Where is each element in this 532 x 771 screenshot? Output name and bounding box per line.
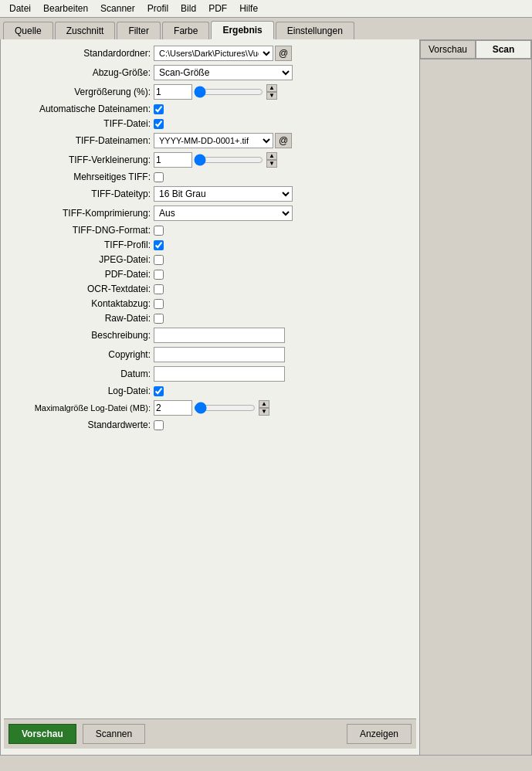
tiff-komprimierung-select[interactable]: AusLZWZIP <box>154 205 293 221</box>
tab-farbe[interactable]: Farbe <box>162 22 209 39</box>
abzug-groesse-label: Abzug-Größe: <box>7 67 154 78</box>
max-log-down[interactable]: ▼ <box>259 408 269 416</box>
tiff-dateinamen-select[interactable]: YYYY-MM-DD-0001+.tif <box>154 133 273 148</box>
vorschau-button[interactable]: Vorschau <box>8 724 76 744</box>
abzug-groesse-select[interactable]: Scan-GrößeA4Letter <box>154 65 293 80</box>
mehrseitiges-tiff-row: Mehrseitiges TIFF: <box>4 172 416 182</box>
tiff-dateinamen-label: TIFF-Dateinamen: <box>7 135 154 146</box>
copyright-row: Copyright: <box>4 347 416 362</box>
vergroesserung-up[interactable]: ▲ <box>266 84 277 92</box>
vergroesserung-input[interactable] <box>154 84 192 100</box>
raw-datei-row: Raw-Datei: <box>4 313 416 324</box>
standardordner-select[interactable]: C:\Users\Dark\Pictures\VueSca <box>154 46 273 61</box>
pdf-datei-checkbox[interactable] <box>154 270 164 280</box>
tab-filter[interactable]: Filter <box>117 22 161 39</box>
auto-dateiname-checkbox[interactable] <box>154 104 164 114</box>
menu-bearbeiten[interactable]: Bearbeiten <box>37 2 94 15</box>
tiff-datei-label: TIFF-Datei: <box>7 118 154 129</box>
vergroesserung-row: Vergrößerung (%): ▲ ▼ <box>4 84 416 100</box>
kontaktabzug-label: Kontaktabzug: <box>7 298 154 309</box>
tiff-dateinamen-row: TIFF-Dateinamen: YYYY-MM-DD-0001+.tif @ <box>4 133 416 148</box>
right-tab-vorschau[interactable]: Vorschau <box>420 40 476 59</box>
mehrseitiges-tiff-label: Mehrseitiges TIFF: <box>7 172 154 182</box>
tiff-verkleinerung-input[interactable] <box>154 152 192 168</box>
max-log-controls: ▲ ▼ <box>154 400 269 416</box>
beschreibung-input[interactable] <box>154 328 285 343</box>
menubar: Datei Bearbeiten Scanner Profil Bild PDF… <box>0 0 532 18</box>
tiff-verkleinerung-row: TIFF-Verkleinerung: ▲ ▼ <box>4 152 416 168</box>
tiff-dng-checkbox[interactable] <box>154 226 164 236</box>
main-wrapper: Standardordner: C:\Users\Dark\Pictures\V… <box>0 39 532 756</box>
max-log-label: Maximalgröße Log-Datei (MB): <box>7 403 154 413</box>
jpeg-datei-checkbox[interactable] <box>154 255 164 265</box>
pdf-datei-label: PDF-Datei: <box>7 269 154 280</box>
scannen-button[interactable]: Scannen <box>83 724 145 744</box>
tiff-datei-row: TIFF-Datei: <box>4 118 416 129</box>
menu-scanner[interactable]: Scanner <box>94 2 141 15</box>
tiff-verkleinerung-label: TIFF-Verkleinerung: <box>7 155 154 165</box>
ocr-textdatei-checkbox[interactable] <box>154 284 164 294</box>
max-log-row: Maximalgröße Log-Datei (MB): ▲ ▼ <box>4 400 416 416</box>
vergroesserung-down[interactable]: ▼ <box>266 92 277 100</box>
max-log-slider[interactable] <box>194 402 256 413</box>
abzug-groesse-row: Abzug-Größe: Scan-GrößeA4Letter <box>4 65 416 80</box>
tiff-verkleinerung-up[interactable]: ▲ <box>266 152 277 160</box>
tiff-dateinamen-at-button[interactable]: @ <box>275 133 292 148</box>
vergroesserung-label: Vergrößerung (%): <box>7 87 154 97</box>
ocr-textdatei-label: OCR-Textdatei: <box>7 284 154 294</box>
tiff-dateityp-label: TIFF-Dateityp: <box>7 189 154 199</box>
log-datei-checkbox[interactable] <box>154 386 164 396</box>
jpeg-datei-label: JPEG-Datei: <box>7 254 154 265</box>
tiff-verkleinerung-down[interactable]: ▼ <box>266 160 277 168</box>
menu-bild[interactable]: Bild <box>175 2 202 15</box>
right-tab-scan[interactable]: Scan <box>476 40 531 59</box>
max-log-input[interactable] <box>154 400 192 416</box>
kontaktabzug-checkbox[interactable] <box>154 299 164 309</box>
tiff-dateityp-select[interactable]: 16 Bit Grau8 Bit GrauFarbe 24 Bit <box>154 186 293 202</box>
tabbar: Quelle Zuschnitt Filter Farbe Ergebnis E… <box>0 18 532 39</box>
tab-quelle[interactable]: Quelle <box>3 22 53 39</box>
standardordner-row: Standardordner: C:\Users\Dark\Pictures\V… <box>4 46 416 61</box>
standardwerte-label: Standardwerte: <box>7 419 154 430</box>
menu-pdf[interactable]: PDF <box>202 2 233 15</box>
vergroesserung-controls: ▲ ▼ <box>154 84 277 100</box>
copyright-input[interactable] <box>154 347 285 362</box>
menu-profil[interactable]: Profil <box>141 2 175 15</box>
standardwerte-checkbox[interactable] <box>154 420 164 430</box>
menu-hilfe[interactable]: Hilfe <box>233 2 264 15</box>
mehrseitiges-tiff-checkbox[interactable] <box>154 172 164 182</box>
tiff-dng-label: TIFF-DNG-Format: <box>7 225 154 236</box>
copyright-label: Copyright: <box>7 349 154 360</box>
max-log-up[interactable]: ▲ <box>259 400 269 408</box>
right-panel-tabs: Vorschau Scan <box>420 40 531 59</box>
tiff-verkleinerung-controls: ▲ ▼ <box>154 152 277 168</box>
anzeigen-button[interactable]: Anzeigen <box>347 724 412 744</box>
auto-dateiname-row: Automatische Dateinamen: <box>4 104 416 114</box>
menu-datei[interactable]: Datei <box>3 2 37 15</box>
tab-einstellungen[interactable]: Einstellungen <box>276 22 354 39</box>
datum-label: Datum: <box>7 369 154 379</box>
standardordner-controls: C:\Users\Dark\Pictures\VueSca @ <box>154 46 292 61</box>
left-panel: Standardordner: C:\Users\Dark\Pictures\V… <box>0 39 420 756</box>
auto-dateiname-label: Automatische Dateinamen: <box>7 104 154 114</box>
tiff-profil-checkbox[interactable] <box>154 240 164 250</box>
beschreibung-row: Beschreibung: <box>4 328 416 343</box>
tiff-komprimierung-label: TIFF-Komprimierung: <box>7 208 154 219</box>
tab-zuschnitt[interactable]: Zuschnitt <box>55 22 116 39</box>
datum-input[interactable] <box>154 366 285 382</box>
tiff-verkleinerung-slider[interactable] <box>194 155 263 165</box>
standardordner-label: Standardordner: <box>7 48 154 59</box>
tiff-dng-row: TIFF-DNG-Format: <box>4 225 416 236</box>
standardordner-at-button[interactable]: @ <box>275 46 292 61</box>
tiff-profil-label: TIFF-Profil: <box>7 239 154 250</box>
vergroesserung-slider[interactable] <box>194 87 263 97</box>
tiff-komprimierung-row: TIFF-Komprimierung: AusLZWZIP <box>4 205 416 221</box>
content-area: Standardordner: C:\Users\Dark\Pictures\V… <box>4 46 416 749</box>
raw-datei-checkbox[interactable] <box>154 314 164 324</box>
tiff-profil-row: TIFF-Profil: <box>4 239 416 250</box>
tab-ergebnis[interactable]: Ergebnis <box>211 21 273 39</box>
jpeg-datei-row: JPEG-Datei: <box>4 254 416 265</box>
tiff-dateityp-row: TIFF-Dateityp: 16 Bit Grau8 Bit GrauFarb… <box>4 186 416 202</box>
tiff-datei-checkbox[interactable] <box>154 119 164 129</box>
beschreibung-label: Beschreibung: <box>7 330 154 341</box>
